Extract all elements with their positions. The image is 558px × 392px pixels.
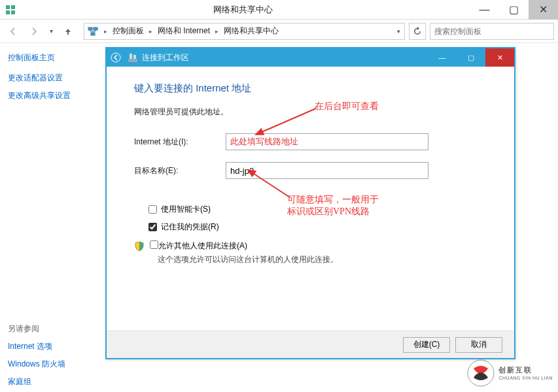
arrow-left-icon xyxy=(9,27,18,36)
smartcard-checkbox-row: 使用智能卡(S) xyxy=(148,204,487,215)
breadcrumb-seg-0[interactable]: 控制面板 xyxy=(110,25,147,37)
outer-titlebar: 网络和共享中心 — ▢ ✕ xyxy=(0,0,558,20)
chevron-right-icon: ▸ xyxy=(147,28,155,35)
search-box[interactable] xyxy=(430,23,554,40)
sidebar-home-link[interactable]: 控制面板主页 xyxy=(8,52,97,63)
outer-minimize-button[interactable]: — xyxy=(470,0,499,20)
network-icon xyxy=(87,25,99,37)
wizard-subtext: 网络管理员可提供此地址。 xyxy=(134,106,487,118)
breadcrumb-seg-1[interactable]: 网络和 Internet xyxy=(155,25,213,37)
nav-history-dropdown[interactable]: ▾ xyxy=(46,22,56,41)
svg-rect-2 xyxy=(6,10,10,14)
svg-rect-3 xyxy=(11,10,15,14)
watermark-logo-icon xyxy=(467,359,495,387)
workplace-icon xyxy=(128,52,138,63)
destination-name-label: 目标名称(E): xyxy=(134,165,226,176)
smartcard-checkbox[interactable] xyxy=(148,205,157,214)
sidebar-link-homegroup[interactable]: 家庭组 xyxy=(8,376,97,387)
sidebar-link-adapter[interactable]: 更改适配器设置 xyxy=(8,73,97,84)
remember-checkbox[interactable] xyxy=(148,223,157,231)
chevron-right-icon: ▸ xyxy=(213,28,221,35)
wizard-heading: 键入要连接的 Internet 地址 xyxy=(134,82,487,95)
remember-checkbox-row: 记住我的凭据(R) xyxy=(148,221,487,233)
allow-others-note: 这个选项允许可以访问这台计算机的人使用此连接。 xyxy=(158,254,487,265)
arrow-up-icon xyxy=(63,27,73,36)
wizard-close-button[interactable]: ✕ xyxy=(485,48,514,67)
app-icon xyxy=(5,5,16,15)
wizard-title: 连接到工作区 xyxy=(142,52,428,63)
allow-others-row: 允许其他人使用此连接(A) xyxy=(134,240,487,252)
remember-label: 记住我的凭据(R) xyxy=(161,221,219,233)
internet-address-label: Internet 地址(I): xyxy=(134,137,226,148)
watermark-text: 创新互联 CHUANG XIN HU LIAN xyxy=(498,365,553,380)
outer-maximize-button[interactable]: ▢ xyxy=(499,0,529,20)
wizard-titlebar: 连接到工作区 — ▢ ✕ xyxy=(107,48,514,67)
refresh-icon xyxy=(413,27,422,36)
breadcrumb-dropdown-icon[interactable]: ▾ xyxy=(392,28,404,35)
svg-rect-4 xyxy=(88,27,92,30)
chevron-right-icon: ▸ xyxy=(101,28,110,35)
sidebar-link-firewall[interactable]: Windows 防火墙 xyxy=(8,359,97,370)
shield-icon xyxy=(134,241,145,252)
toolbar: ▾ ▸ 控制面板 ▸ 网络和 Internet ▸ 网络和共享中心 ▾ xyxy=(0,20,558,43)
main-area: 控制面板主页 更改适配器设置 更改高级共享设置 另请参阅 Internet 选项… xyxy=(0,43,558,392)
allow-others-label: 允许其他人使用此连接(A) xyxy=(158,240,247,252)
create-button[interactable]: 创建(C) xyxy=(403,337,450,353)
allow-others-checkbox[interactable] xyxy=(150,240,158,249)
arrow-right-icon xyxy=(29,27,39,36)
svg-point-7 xyxy=(111,53,120,62)
svg-rect-10 xyxy=(133,55,136,59)
breadcrumb[interactable]: ▸ 控制面板 ▸ 网络和 Internet ▸ 网络和共享中心 ▾ xyxy=(84,23,405,40)
wizard-body: 键入要连接的 Internet 地址 网络管理员可提供此地址。 Internet… xyxy=(107,67,514,331)
destination-name-row: 目标名称(E): xyxy=(134,162,487,179)
content-area: 连接到工作区 — ▢ ✕ 键入要连接的 Internet 地址 网络管理员可提供… xyxy=(105,43,558,392)
cancel-button[interactable]: 取消 xyxy=(455,337,502,353)
arrow-left-circle-icon xyxy=(111,52,121,63)
refresh-button[interactable] xyxy=(409,23,426,40)
sidebar-link-internet-options[interactable]: Internet 选项 xyxy=(8,341,97,352)
outer-close-button[interactable]: ✕ xyxy=(529,0,558,20)
wizard-footer: 创建(C) 取消 xyxy=(107,331,514,358)
watermark-en: CHUANG XIN HU LIAN xyxy=(498,375,553,381)
watermark-zh: 创新互联 xyxy=(498,365,553,374)
search-input[interactable] xyxy=(434,27,549,36)
wizard-back-button[interactable] xyxy=(107,48,125,67)
wizard-minimize-button[interactable]: — xyxy=(428,48,457,67)
svg-rect-1 xyxy=(11,5,15,9)
wizard-window: 连接到工作区 — ▢ ✕ 键入要连接的 Internet 地址 网络管理员可提供… xyxy=(105,47,515,359)
sidebar: 控制面板主页 更改适配器设置 更改高级共享设置 另请参阅 Internet 选项… xyxy=(0,43,105,392)
svg-rect-5 xyxy=(94,27,97,30)
nav-forward-button[interactable] xyxy=(25,22,43,41)
sidebar-link-sharing[interactable]: 更改高级共享设置 xyxy=(8,90,97,101)
destination-name-input[interactable] xyxy=(226,162,428,179)
wizard-maximize-button[interactable]: ▢ xyxy=(457,48,485,67)
svg-rect-6 xyxy=(91,33,95,35)
internet-address-input[interactable] xyxy=(226,133,428,150)
svg-rect-9 xyxy=(130,54,132,59)
nav-up-button[interactable] xyxy=(59,22,77,41)
wizard-win-controls: — ▢ ✕ xyxy=(428,48,514,67)
svg-rect-0 xyxy=(6,5,10,9)
breadcrumb-seg-2[interactable]: 网络和共享中心 xyxy=(221,25,281,37)
nav-back-button[interactable] xyxy=(4,22,22,41)
outer-win-controls: — ▢ ✕ xyxy=(470,0,558,20)
outer-window-title: 网络和共享中心 xyxy=(16,4,470,16)
smartcard-label: 使用智能卡(S) xyxy=(161,204,211,215)
svg-rect-8 xyxy=(128,59,137,62)
internet-address-row: Internet 地址(I): xyxy=(134,133,487,150)
watermark: 创新互联 CHUANG XIN HU LIAN xyxy=(467,359,553,387)
see-also-heading: 另请参阅 xyxy=(8,323,97,335)
